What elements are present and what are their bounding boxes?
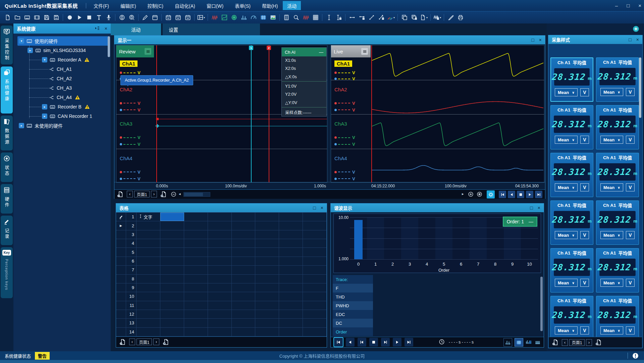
settings-gear-button[interactable]: [487, 190, 495, 198]
tree-item-recorder-a[interactable]: ▾Recorder A: [13, 55, 111, 64]
table-cell[interactable]: [255, 310, 279, 318]
table-cell[interactable]: [160, 221, 184, 230]
open-file-icon[interactable]: [13, 13, 22, 22]
table-cell[interactable]: [184, 301, 208, 310]
record-icon[interactable]: [65, 13, 74, 22]
table-cell[interactable]: [255, 283, 279, 292]
table-cell[interactable]: [279, 257, 303, 265]
stat-select[interactable]: Mean ∨: [600, 136, 623, 144]
tree-expander-icon[interactable]: ▸: [19, 123, 24, 128]
cursor-lock-icon[interactable]: [334, 13, 343, 22]
table-cell[interactable]: [232, 301, 256, 310]
tree-expander-icon[interactable]: ▸: [28, 48, 33, 53]
menu-item-1[interactable]: 文件(F): [94, 2, 109, 9]
h-cursor-lock-icon[interactable]: [358, 13, 366, 22]
play-forward-button[interactable]: [393, 338, 401, 347]
tree-item-sim_klshgdjs334[interactable]: ▸sim_KLSHGDJS334: [13, 46, 111, 55]
zoom-in-icon[interactable]: [468, 191, 474, 197]
table-cell[interactable]: 文字: [137, 213, 160, 221]
remove-page-icon[interactable]: [119, 339, 126, 345]
table-cell[interactable]: [137, 257, 160, 265]
next-page-button[interactable]: ›: [586, 339, 592, 346]
tree-item--[interactable]: ▾使用的硬件: [17, 36, 109, 46]
table-cell[interactable]: [184, 310, 208, 318]
unit-button[interactable]: V: [626, 326, 635, 334]
unit-button[interactable]: V: [580, 231, 589, 239]
meter-card-4[interactable]: Ch A1 平均值 28.312 m Mean ∨ V: [596, 105, 639, 149]
sidebar-tab-item-4[interactable]: 状态: [1, 152, 13, 182]
menu-item-3[interactable]: 控制(C): [148, 2, 163, 9]
skip-end-button[interactable]: [405, 338, 413, 347]
event-log-icon[interactable]: [151, 13, 159, 22]
table-cell[interactable]: [303, 301, 327, 310]
review-mode-header[interactable]: Review: [116, 45, 154, 57]
meter-card-11[interactable]: Ch A1 平均值 28.312 m Mean ∨ V: [550, 296, 593, 340]
trace-scrollbar[interactable]: [540, 277, 543, 331]
table-cell[interactable]: [184, 257, 208, 265]
row-gutter[interactable]: [116, 301, 126, 310]
page-label[interactable]: 页面1: [134, 191, 150, 197]
table-cell[interactable]: [279, 283, 303, 292]
table-cell[interactable]: [255, 292, 279, 301]
zoom-tool-icon[interactable]: [292, 13, 301, 22]
channel-label-ChA1[interactable]: ChA1: [334, 60, 352, 67]
table-cell[interactable]: [232, 221, 256, 230]
save-as-icon[interactable]: [52, 13, 61, 22]
meter-card-10[interactable]: Ch A1 平均值 28.312 m Mean ∨ V: [596, 248, 639, 292]
maximize-panel-icon[interactable]: □: [531, 37, 534, 43]
table-cell[interactable]: [137, 230, 160, 239]
skip-start-button[interactable]: [334, 338, 343, 347]
table-cell[interactable]: [255, 257, 279, 265]
table-cell[interactable]: [208, 301, 232, 310]
meter-card-8[interactable]: Ch A1 平均值 28.312 m Mean ∨ V: [596, 200, 639, 245]
table-cell[interactable]: [303, 310, 327, 318]
close-button[interactable]: ×: [638, 3, 641, 8]
meter-card-9[interactable]: Ch A1 平均值 28.312 m Mean ∨ V: [550, 248, 593, 292]
alert-icon[interactable]: [632, 353, 639, 360]
table-cell[interactable]: [255, 328, 279, 336]
close-panel-icon[interactable]: ×: [539, 37, 542, 43]
table-cell[interactable]: [160, 301, 184, 310]
tree-expander-icon[interactable]: ▸: [42, 114, 47, 119]
remove-page-icon[interactable]: [117, 191, 123, 197]
popup-header[interactable]: Ch AI —: [282, 48, 326, 56]
combo-view-icon[interactable]: [526, 339, 532, 345]
table-cell[interactable]: [279, 328, 303, 336]
row-gutter[interactable]: [116, 328, 126, 336]
order-badge-minimize-icon[interactable]: —: [529, 219, 533, 224]
tree-item-ch_a3[interactable]: CH_A3: [13, 83, 111, 93]
cursor-line-2[interactable]: [269, 45, 269, 182]
next-page-button[interactable]: ›: [153, 338, 159, 345]
play-back-button[interactable]: [508, 191, 515, 198]
copy-display-lock-icon[interactable]: [410, 13, 419, 22]
layout-select-icon[interactable]: ▾: [197, 13, 206, 22]
table-cell[interactable]: [184, 213, 208, 221]
unit-button[interactable]: V: [580, 326, 589, 334]
add-panel-button[interactable]: [633, 26, 639, 32]
tree-item-ch_a4[interactable]: CH_A4: [13, 93, 111, 102]
schedule-stop-icon[interactable]: [183, 13, 192, 22]
table-cell[interactable]: [303, 275, 327, 283]
stat-select[interactable]: Mean ∨: [555, 136, 578, 144]
unit-button[interactable]: V: [626, 183, 635, 191]
y-cursor-line-red[interactable]: [156, 119, 327, 119]
trace-row-f[interactable]: F: [333, 284, 373, 292]
trace-row-order[interactable]: Order: [333, 327, 373, 336]
table-cell[interactable]: [279, 221, 303, 230]
zoom-out-icon[interactable]: [171, 191, 176, 197]
tree-item--[interactable]: ▸未使用的硬件: [13, 121, 111, 130]
table-cell[interactable]: [208, 230, 232, 239]
unit-button[interactable]: V: [626, 231, 635, 239]
table-cell[interactable]: [255, 301, 279, 310]
table-display-icon[interactable]: [259, 13, 268, 22]
add-page-icon[interactable]: [160, 191, 167, 197]
step-forward-button[interactable]: [381, 338, 390, 347]
tab-settings[interactable]: 设置: [163, 24, 260, 35]
comb-view-icon[interactable]: [535, 339, 541, 345]
schedule-start-icon[interactable]: [164, 13, 173, 22]
unit-button[interactable]: V: [580, 279, 589, 287]
table-cell[interactable]: [279, 213, 303, 221]
next-page-button[interactable]: ›: [151, 191, 157, 197]
tree-expander-icon[interactable]: ▾: [42, 57, 47, 62]
cursor-flag-1[interactable]: 1: [249, 46, 253, 50]
